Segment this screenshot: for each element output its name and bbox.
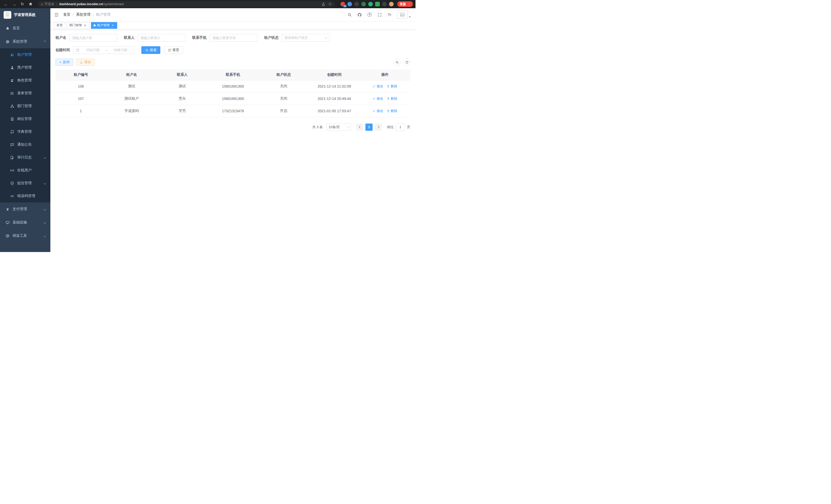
date-range-separator: - xyxy=(106,48,107,52)
chevron-down-icon xyxy=(44,208,46,210)
tag-tenant-active[interactable]: 租户管理 × xyxy=(91,22,117,29)
help-icon[interactable]: ? xyxy=(367,12,372,17)
sidebar-item-label: 租户管理 xyxy=(17,52,32,57)
close-icon[interactable]: × xyxy=(83,24,87,27)
profile-avatar-icon[interactable] xyxy=(389,2,394,6)
tag-home[interactable]: 首页 xyxy=(54,22,65,29)
browser-update-button[interactable]: 更新 ⋮ xyxy=(397,1,413,7)
browser-menu-dots-icon[interactable]: ⋮ xyxy=(407,2,411,6)
start-date-placeholder: 开始日期 xyxy=(82,48,104,52)
filter-row-2: 创建时间 开始日期 - 结束日期 搜索 重置 xyxy=(56,46,410,54)
extension-icon-green-square[interactable] xyxy=(375,2,380,6)
page-number-1[interactable]: 1 xyxy=(365,124,373,131)
sidebar-item-user[interactable]: 用户管理 xyxy=(0,61,50,74)
address-bar[interactable]: ⚠ 不安全 | dashboard.yudao.iocoder.cn /syst… xyxy=(37,1,335,7)
contact-input[interactable] xyxy=(138,34,185,41)
refresh-table-button[interactable] xyxy=(403,59,410,66)
sidebar-item-menu[interactable]: 菜单管理 xyxy=(0,87,50,100)
add-button[interactable]: + 新增 xyxy=(56,59,73,66)
header-search-icon[interactable] xyxy=(347,12,352,17)
sidebar-item-notice[interactable]: 通知公告 xyxy=(0,138,50,151)
navbar-actions: ? xyxy=(347,10,411,19)
extension-icon-dark-2[interactable] xyxy=(382,2,387,6)
sidebar-item-dept[interactable]: 部门管理 xyxy=(0,100,50,113)
close-icon[interactable]: × xyxy=(111,24,115,27)
sidebar-item-dict[interactable]: 字典管理 xyxy=(0,125,50,138)
logo-rabbit-icon xyxy=(4,11,11,19)
breadcrumb-home[interactable]: 首页 xyxy=(63,12,70,17)
extension-icon-darkgreen[interactable] xyxy=(361,2,366,6)
cell-contact: 秃头 xyxy=(157,92,208,105)
page-size-value: 10条/页 xyxy=(328,125,340,129)
next-page-button[interactable] xyxy=(375,124,382,131)
fullscreen-icon[interactable] xyxy=(377,12,382,17)
edit-button[interactable]: 修改 xyxy=(373,96,383,101)
page-unit-label: 页 xyxy=(407,125,410,129)
sidebar-item-infra[interactable]: 基础设施 xyxy=(0,216,50,229)
share-icon[interactable] xyxy=(321,2,325,6)
status-select[interactable]: 请选择租户状态 xyxy=(282,34,329,41)
search-button[interactable]: 搜索 xyxy=(141,46,160,54)
tag-dept[interactable]: 部门管理 × xyxy=(67,22,89,29)
cell-tenant-id: 1 xyxy=(56,105,106,117)
filter-row-1: 租户名 联系人 联系手机 租户状态 请选择租户状态 xyxy=(56,34,410,41)
delete-button[interactable]: 删除 xyxy=(387,84,397,89)
export-button[interactable]: 导出 xyxy=(76,59,95,66)
github-icon[interactable] xyxy=(357,12,362,17)
tenant-name-input[interactable] xyxy=(69,34,117,41)
delete-button[interactable]: 删除 xyxy=(387,109,397,113)
browser-home-icon[interactable] xyxy=(27,1,34,7)
not-secure-warning-icon: ⚠ xyxy=(40,2,44,6)
prev-page-button[interactable] xyxy=(356,124,363,131)
toggle-search-button[interactable] xyxy=(393,59,401,66)
sidebar-item-role[interactable]: 角色管理 xyxy=(0,74,50,87)
online-broadcast-icon xyxy=(10,169,14,172)
sidebar-collapse-icon[interactable] xyxy=(54,12,59,17)
post-badge-icon xyxy=(10,117,14,121)
col-created: 创建时间 xyxy=(309,69,360,80)
edit-button[interactable]: 修改 xyxy=(373,84,383,89)
page-size-select[interactable]: 10条/页 xyxy=(326,124,351,131)
sidebar-item-label: 菜单管理 xyxy=(17,91,32,95)
extension-icon-blue[interactable] xyxy=(347,2,352,6)
yen-icon: ¥ xyxy=(6,207,9,211)
breadcrumb: 首页 / 系统管理 / 租户管理 xyxy=(63,12,111,17)
dict-book-icon xyxy=(10,130,14,134)
bookmark-star-icon[interactable]: ☆ xyxy=(328,2,332,6)
sidebar-item-post[interactable]: 岗位管理 xyxy=(0,113,50,125)
sidebar-item-online-user[interactable]: 在线用户 xyxy=(0,164,50,177)
browser-forward-icon[interactable]: → xyxy=(11,1,18,7)
breadcrumb-system[interactable]: 系统管理 xyxy=(76,12,90,17)
extension-icon-red[interactable]: 10 xyxy=(341,2,345,6)
delete-button[interactable]: 删除 xyxy=(387,96,397,101)
cell-created: 2021-12-14 21:02:09 xyxy=(309,80,360,92)
goto-page-input[interactable] xyxy=(396,124,405,131)
date-range-picker[interactable]: 开始日期 - 结束日期 xyxy=(73,46,135,54)
sidebar-item-payment[interactable]: ¥ 支付管理 xyxy=(0,202,50,216)
sidebar-item-home[interactable]: 首页 xyxy=(0,22,50,35)
filter-tenant-name: 租户名 xyxy=(56,34,117,41)
cell-mobile: 15601691300 xyxy=(208,92,258,105)
sidebar-item-devtools[interactable]: 研发工具 xyxy=(0,229,50,242)
cell-status: 关闭 xyxy=(258,92,309,105)
sidebar-item-audit-log[interactable]: 审计日志 xyxy=(0,151,50,164)
col-mobile: 联系手机 xyxy=(208,69,258,80)
reset-button[interactable]: 重置 xyxy=(164,46,183,54)
browser-reload-icon[interactable]: ↻ xyxy=(19,1,26,7)
table-row: 108 测试 测试 15601691300 关闭 2021-12-14 21:0… xyxy=(56,80,410,92)
mobile-input[interactable] xyxy=(210,34,257,41)
sidebar-item-sms[interactable]: 短信管理 xyxy=(0,177,50,189)
sidebar-item-error-code[interactable]: 错误码管理 xyxy=(0,189,50,202)
sidebar-item-label: 岗位管理 xyxy=(17,117,32,121)
cell-status: 关闭 xyxy=(258,80,309,92)
font-size-icon[interactable] xyxy=(387,12,392,17)
extension-icon-dark-1[interactable] xyxy=(354,2,359,6)
user-avatar-menu[interactable] xyxy=(397,10,411,19)
cell-contact: 测试 xyxy=(157,80,208,92)
edit-button[interactable]: 修改 xyxy=(373,109,383,113)
sidebar-logo[interactable]: 芋道管理系统 xyxy=(0,8,50,22)
extension-icon-green-circle[interactable] xyxy=(368,2,373,6)
sidebar-item-tenant[interactable]: 租户管理 xyxy=(0,48,50,61)
browser-back-icon[interactable]: ← xyxy=(3,1,9,7)
sidebar-item-system[interactable]: 系统管理 xyxy=(0,35,50,48)
